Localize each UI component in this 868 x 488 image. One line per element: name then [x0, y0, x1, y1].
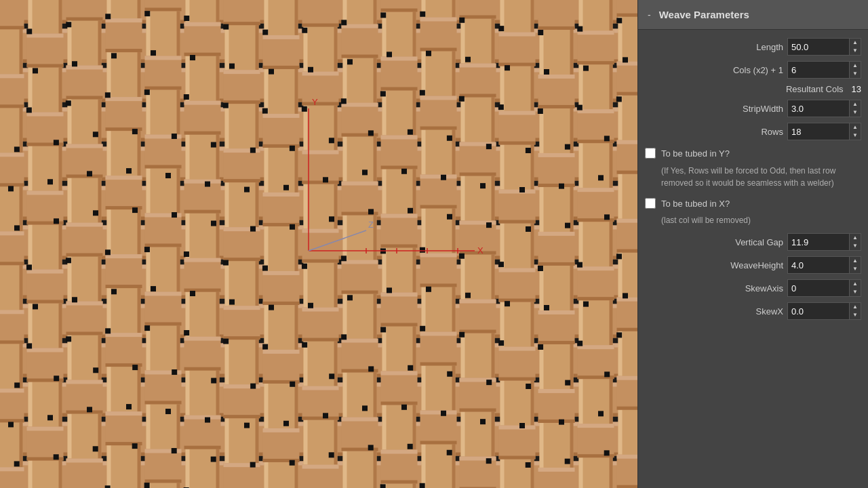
tube-x-sublabel: (last col will be removed)	[638, 214, 868, 230]
vertical-gap-spin-down[interactable]: ▼	[850, 242, 861, 250]
svg-rect-969	[498, 262, 504, 267]
svg-rect-590	[617, 249, 637, 253]
rows-spin-up[interactable]: ▲	[850, 123, 861, 131]
svg-rect-814	[172, 134, 177, 139]
svg-rect-895	[341, 334, 347, 340]
svg-rect-967	[480, 183, 486, 188]
skew-axis-input[interactable]	[788, 282, 849, 295]
length-input[interactable]	[788, 41, 849, 54]
svg-rect-1008	[583, 302, 589, 307]
svg-rect-84	[0, 231, 24, 265]
vertical-gap-input-wrap: ▲ ▼	[787, 233, 861, 251]
svg-rect-584	[617, 92, 637, 96]
svg-rect-841	[211, 457, 216, 462]
svg-rect-585	[617, 140, 637, 174]
svg-rect-150	[66, 301, 103, 335]
svg-rect-250	[184, 415, 221, 420]
svg-rect-812	[190, 55, 195, 60]
svg-rect-887	[341, 20, 347, 25]
svg-rect-954	[441, 411, 446, 416]
svg-rect-894	[347, 295, 353, 300]
panel-body: Length ▲ ▼ Cols (x2) + 1 ▲ ▼ Resul	[638, 30, 868, 328]
svg-rect-586	[617, 140, 637, 144]
svg-rect-802	[126, 404, 132, 409]
weave-height-spin-up[interactable]: ▲	[850, 257, 861, 265]
svg-rect-889	[341, 98, 347, 104]
svg-rect-868	[302, 28, 307, 33]
svg-rect-79	[0, 74, 24, 78]
svg-rect-760	[66, 258, 71, 263]
svg-rect-81	[0, 152, 24, 186]
svg-rect-782	[93, 367, 98, 373]
length-spin-down[interactable]: ▼	[850, 47, 861, 55]
svg-rect-926	[426, 51, 431, 56]
strip-width-spin-up[interactable]: ▲	[850, 100, 861, 108]
svg-rect-470	[460, 408, 496, 411]
svg-rect-177	[106, 176, 142, 209]
vertical-gap-row: Vertical Gap ▲ ▼	[638, 230, 868, 253]
rows-spin-down[interactable]: ▼	[850, 131, 861, 140]
svg-rect-598	[617, 455, 637, 459]
strip-width-input[interactable]	[788, 102, 849, 115]
vertical-gap-input[interactable]	[788, 236, 849, 249]
svg-rect-399	[381, 214, 418, 247]
svg-rect-301	[263, 114, 300, 118]
rows-label: Rows	[761, 127, 783, 137]
svg-rect-591	[617, 298, 637, 331]
svg-rect-401	[381, 244, 418, 247]
svg-rect-297	[263, 35, 300, 69]
tube-x-checkbox[interactable]	[645, 198, 656, 209]
tube-x-label: To be tubed in X?	[661, 197, 730, 211]
svg-rect-917	[368, 445, 374, 450]
svg-rect-871	[290, 146, 295, 151]
cols-input[interactable]	[788, 64, 849, 77]
strip-width-spin-down[interactable]: ▼	[850, 108, 861, 117]
skew-axis-spin-up[interactable]: ▲	[850, 280, 861, 288]
skew-x-spin-up[interactable]: ▲	[850, 303, 861, 311]
svg-rect-87	[0, 310, 24, 344]
length-spin-up[interactable]: ▲	[850, 39, 861, 47]
skew-x-spin-down[interactable]: ▼	[850, 311, 861, 319]
svg-rect-918	[380, 484, 386, 488]
3d-viewport[interactable]: Y X Z // Draw the weave pattern const sv…	[0, 0, 637, 488]
svg-rect-815	[165, 173, 171, 178]
svg-rect-755	[72, 61, 77, 66]
svg-rect-1024	[598, 175, 604, 180]
skew-axis-spin-down[interactable]: ▼	[850, 288, 861, 296]
svg-rect-1001	[577, 26, 583, 32]
skew-x-input[interactable]	[788, 305, 849, 318]
weave-height-input[interactable]	[788, 259, 849, 272]
svg-rect-278	[224, 336, 260, 340]
vertical-gap-spin-up[interactable]: ▲	[850, 234, 861, 242]
svg-rect-364	[342, 103, 378, 107]
svg-rect-560	[578, 297, 614, 300]
svg-rect-927	[420, 90, 425, 96]
rows-spinner: ▲ ▼	[849, 123, 861, 140]
svg-rect-780	[111, 289, 117, 294]
svg-rect-149	[66, 253, 103, 256]
svg-rect-911	[368, 209, 374, 214]
svg-rect-984	[538, 108, 543, 114]
tube-y-checkbox[interactable]	[645, 148, 656, 159]
svg-rect-455	[460, 15, 496, 18]
collapse-button[interactable]: -	[648, 9, 651, 20]
svg-rect-359	[374, 0, 377, 488]
svg-rect-758	[47, 179, 53, 184]
svg-rect-558	[578, 266, 614, 300]
svg-rect-240	[184, 180, 221, 214]
cols-spin-down[interactable]: ▼	[850, 70, 861, 78]
svg-rect-233	[216, 0, 220, 488]
svg-rect-559	[578, 266, 614, 270]
svg-rect-951	[465, 293, 471, 298]
skew-axis-input-wrap: ▲ ▼	[787, 279, 861, 297]
svg-rect-492	[499, 190, 536, 224]
cols-spin-up[interactable]: ▲	[850, 62, 861, 70]
weave-height-spin-down[interactable]: ▼	[850, 265, 861, 273]
svg-rect-818	[190, 291, 195, 296]
svg-rect-435	[420, 331, 457, 365]
svg-rect-276	[224, 306, 260, 340]
svg-rect-535	[538, 468, 575, 472]
svg-rect-491	[499, 142, 536, 145]
svg-rect-891	[323, 177, 328, 182]
rows-input[interactable]	[788, 125, 849, 138]
